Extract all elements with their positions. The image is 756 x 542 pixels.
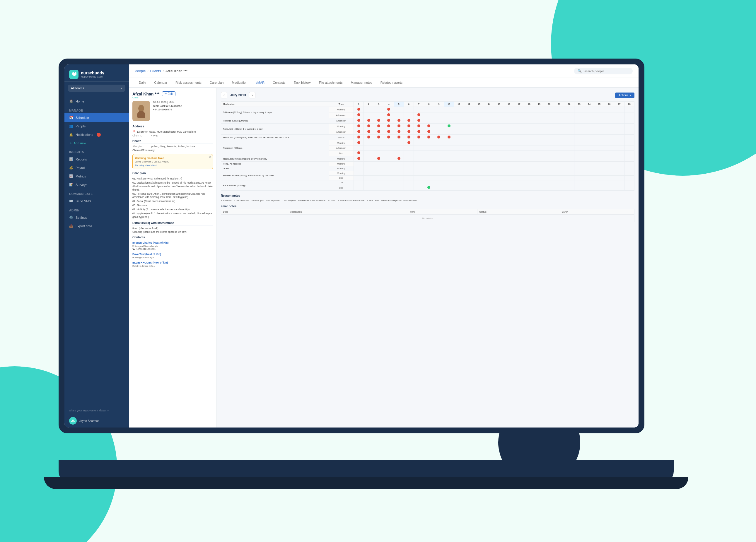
dose-cell[interactable] (624, 113, 634, 118)
dose-cell[interactable] (454, 107, 464, 113)
dose-cell[interactable] (524, 162, 534, 166)
dose-cell[interactable] (614, 124, 624, 129)
dose-cell[interactable] (594, 124, 604, 129)
dose-cell[interactable] (424, 151, 434, 156)
dose-cell[interactable] (594, 180, 604, 185)
dose-cell[interactable] (454, 146, 464, 151)
dose-cell[interactable] (574, 124, 584, 129)
dose-cell[interactable] (544, 171, 554, 176)
dose-cell[interactable] (384, 140, 394, 146)
dose-cell[interactable] (464, 185, 474, 191)
dose-cell[interactable] (384, 113, 394, 118)
dose-cell[interactable] (554, 107, 564, 113)
dose-cell[interactable] (544, 185, 554, 191)
dose-cell[interactable] (584, 151, 594, 156)
dose-cell[interactable] (624, 146, 634, 151)
dose-cell[interactable] (514, 113, 524, 118)
dose-cell[interactable] (414, 176, 424, 180)
dose-cell[interactable] (474, 129, 484, 135)
dose-cell[interactable] (374, 180, 384, 185)
dose-cell[interactable] (534, 176, 544, 180)
tab-file-attachments[interactable]: File attachments (315, 78, 347, 88)
dose-cell[interactable] (554, 118, 564, 124)
dose-cell[interactable] (604, 151, 614, 156)
dose-cell[interactable] (414, 129, 424, 135)
dose-cell[interactable] (354, 176, 364, 180)
dose-cell[interactable] (384, 135, 394, 140)
dose-cell[interactable] (374, 140, 384, 146)
dose-cell[interactable] (504, 176, 514, 180)
dose-cell[interactable] (474, 140, 484, 146)
dose-cell[interactable] (624, 135, 634, 140)
tab-emar[interactable]: eMAR (252, 78, 269, 88)
dose-cell[interactable] (404, 180, 414, 185)
dose-cell[interactable] (474, 146, 484, 151)
dose-cell[interactable] (454, 151, 464, 156)
dose-cell[interactable] (404, 151, 414, 156)
dose-cell[interactable] (534, 185, 544, 191)
dose-cell[interactable] (424, 124, 434, 129)
dose-cell[interactable] (604, 180, 614, 185)
dose-cell[interactable] (504, 166, 514, 171)
dose-cell[interactable] (464, 129, 474, 135)
dose-cell[interactable] (354, 140, 364, 146)
dose-cell[interactable] (374, 156, 384, 162)
dose-cell[interactable] (544, 129, 554, 135)
dose-cell[interactable] (574, 129, 584, 135)
dose-cell[interactable] (404, 171, 414, 176)
dose-cell[interactable] (624, 156, 634, 162)
dose-cell[interactable] (434, 129, 444, 135)
dose-cell[interactable] (614, 156, 624, 162)
tab-medication[interactable]: Medication (228, 78, 251, 88)
dose-cell[interactable] (624, 124, 634, 129)
dose-cell[interactable] (614, 162, 624, 166)
dose-cell[interactable] (574, 113, 584, 118)
dose-cell[interactable] (594, 171, 604, 176)
dose-cell[interactable] (454, 166, 464, 171)
dose-cell[interactable] (564, 156, 574, 162)
dose-cell[interactable] (464, 166, 474, 171)
dose-cell[interactable] (504, 171, 514, 176)
dose-cell[interactable] (384, 180, 394, 185)
dose-cell[interactable] (564, 107, 574, 113)
share-ideas-link[interactable]: Share your improvement ideas! ↗ (64, 407, 129, 414)
dose-cell[interactable] (524, 118, 534, 124)
dose-cell[interactable] (374, 162, 384, 166)
dose-cell[interactable] (454, 124, 464, 129)
dose-cell[interactable] (464, 135, 474, 140)
dose-cell[interactable] (404, 107, 414, 113)
dose-cell[interactable] (464, 156, 474, 162)
dose-cell[interactable] (524, 107, 534, 113)
dose-cell[interactable] (364, 135, 374, 140)
dose-cell[interactable] (454, 135, 464, 140)
dose-cell[interactable] (624, 171, 634, 176)
dose-cell[interactable] (504, 135, 514, 140)
dose-cell[interactable] (534, 180, 544, 185)
dose-cell[interactable] (394, 162, 404, 166)
dose-cell[interactable] (444, 107, 454, 113)
dose-cell[interactable] (514, 129, 524, 135)
dose-cell[interactable] (424, 135, 434, 140)
dose-cell[interactable] (434, 124, 444, 129)
dose-cell[interactable] (604, 113, 614, 118)
dose-cell[interactable] (444, 124, 454, 129)
dose-cell[interactable] (534, 166, 544, 171)
dose-cell[interactable] (584, 180, 594, 185)
dose-cell[interactable] (394, 176, 404, 180)
dose-cell[interactable] (444, 146, 454, 151)
dose-cell[interactable] (504, 107, 514, 113)
dose-cell[interactable] (414, 118, 424, 124)
dose-cell[interactable] (464, 146, 474, 151)
dose-cell[interactable] (614, 135, 624, 140)
dose-cell[interactable] (504, 118, 514, 124)
dose-cell[interactable] (604, 140, 614, 146)
dose-cell[interactable] (474, 185, 484, 191)
dose-cell[interactable] (464, 113, 474, 118)
dose-cell[interactable] (504, 156, 514, 162)
dose-cell[interactable] (384, 107, 394, 113)
dose-cell[interactable] (564, 151, 574, 156)
dose-cell[interactable] (414, 171, 424, 176)
dose-cell[interactable] (354, 113, 364, 118)
dose-cell[interactable] (364, 166, 374, 171)
dose-cell[interactable] (594, 140, 604, 146)
